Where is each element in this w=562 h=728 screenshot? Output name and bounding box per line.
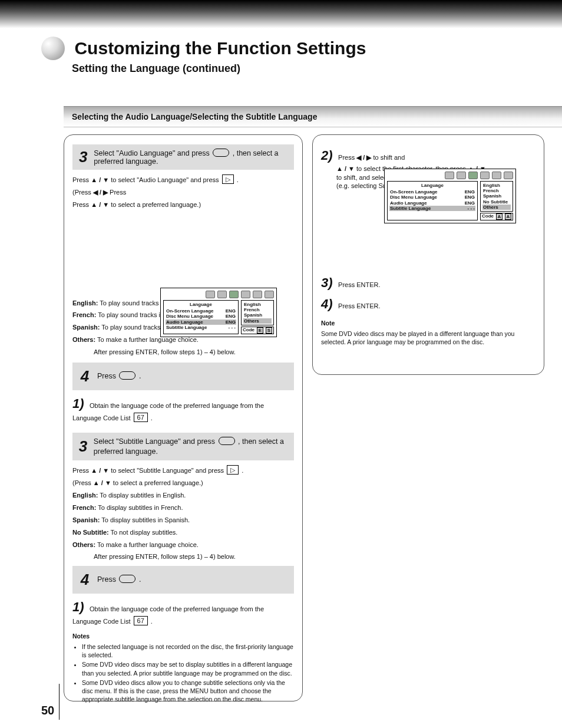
r-step4: Press ENTER. xyxy=(338,302,381,309)
s3-p2note: (Press xyxy=(72,189,91,196)
osdA-code-label: Code xyxy=(243,327,254,334)
osd-row: Disc Menu LanguageENG xyxy=(389,195,475,200)
osd-option: English xyxy=(482,183,511,188)
up-down-icon-5: ▲ / ▼ xyxy=(336,165,356,172)
osdB-code-label: Code xyxy=(482,213,494,220)
s3b-head-a: Select "Subtitle Language" and press xyxy=(94,437,215,446)
note-1: If the selected language is not recorded… xyxy=(82,643,294,659)
page-ref-67b: 67 xyxy=(134,616,148,625)
notes-heading: Notes xyxy=(72,632,294,640)
osd-row: Subtitle Language- - - xyxy=(166,325,236,330)
optB-english: English: xyxy=(72,492,98,499)
margin-rule xyxy=(59,684,59,720)
osdA-title: Language xyxy=(166,302,236,307)
osd-tab-icon xyxy=(217,291,227,298)
osd-option: French xyxy=(243,307,272,312)
osd-tab-icon xyxy=(265,291,274,298)
opt-french: French: xyxy=(72,311,96,318)
osd-row: On-Screen LanguageENG xyxy=(166,308,236,314)
section-band: Selecting the Audio Language/Selecting t… xyxy=(64,106,562,127)
right-arrow-flag-icon-2: ▷ xyxy=(227,465,239,475)
optB-others-d: To make a further language choice. xyxy=(97,541,199,548)
enter-icon-2 xyxy=(119,371,135,380)
s3b-p1b: to select "Subtitle Language" and press xyxy=(111,467,224,474)
up-down-icon-2: ▲ / ▼ xyxy=(91,201,111,208)
r-step2b: to shift and xyxy=(373,154,405,161)
top-gradient xyxy=(0,0,562,28)
opt-others-p1: After pressing ENTER, follow steps 1) – … xyxy=(94,348,294,357)
substep-1-end: . xyxy=(151,414,153,421)
note-2: Some DVD video discs may be set to displ… xyxy=(82,660,294,677)
r-step3-num: 3) xyxy=(321,274,336,292)
s4b-head-b: . xyxy=(139,575,141,584)
up-down-icon-4: ▲ / ▼ xyxy=(93,479,113,486)
osd-option: English xyxy=(243,302,272,307)
osd-row: Audio LanguageENG xyxy=(166,319,236,325)
s3b-p1a: Press xyxy=(72,467,89,474)
osd-tab-icon-selected xyxy=(229,291,239,298)
opt-spanish: Spanish: xyxy=(72,324,100,331)
step4-subtitle-head: 4 Press . xyxy=(72,566,294,594)
osd-tab-icon-selected xyxy=(468,172,478,179)
osdB-title: Language xyxy=(389,183,475,188)
osd-tab-icon xyxy=(253,291,262,298)
osd-row: Subtitle Language- - - xyxy=(389,206,475,211)
left-column: 3 Select "Audio Language" and press , th… xyxy=(64,134,303,701)
right-arrow-flag-icon: ▷ xyxy=(222,174,234,184)
osd-option: Spanish xyxy=(243,312,272,318)
step3-audio-head: 3 Select "Audio Language" and press , th… xyxy=(72,144,294,170)
osd-tab-icon xyxy=(480,172,490,179)
osd-row: Audio LanguageENG xyxy=(389,200,475,206)
osd-menu-subtitle: Language On-Screen LanguageENGDisc Menu … xyxy=(384,169,516,223)
optB-french: French: xyxy=(72,504,96,511)
osd-option: No Subtitle xyxy=(482,199,511,205)
s3-p2a: Press xyxy=(110,189,126,196)
osd-tab-icon xyxy=(457,172,466,179)
substep-1b-end: . xyxy=(151,618,153,625)
enter-icon xyxy=(213,149,229,157)
s3-p1b: to select "Audio Language" and press xyxy=(111,176,219,183)
step3-head-a: Select "Audio Language" and press xyxy=(94,149,210,157)
page-number: 50 xyxy=(41,704,54,717)
r-step2a: Press xyxy=(338,154,355,161)
osd-option: Others xyxy=(482,205,511,210)
r-step3: Press ENTER. xyxy=(338,281,381,288)
step-number-4b: 4 xyxy=(77,569,92,590)
s3b-p1c: . xyxy=(242,467,243,474)
osd-option: Spanish xyxy=(482,193,511,199)
optB-english-d: To display subtitles in English. xyxy=(100,492,186,499)
optB-nosub: No Subtitle: xyxy=(72,529,109,536)
page-ref-67: 67 xyxy=(134,413,148,422)
s3-p1c: . xyxy=(237,176,239,183)
osd-tab-icon xyxy=(241,291,250,298)
osd-tab-icon xyxy=(504,172,513,179)
s4-head-a: Press xyxy=(97,372,116,380)
left-right-icon-2: ◀ / ▶ xyxy=(356,154,373,161)
header-bullet xyxy=(41,37,65,60)
up-down-icon: ▲ / ▼ xyxy=(91,176,111,183)
optB-french-d: To display subtitles in French. xyxy=(98,504,183,511)
left-right-icon: ◀ / ▶ xyxy=(93,189,110,196)
osd-row: On-Screen LanguageENG xyxy=(389,189,475,195)
osd-option: French xyxy=(482,188,511,193)
optB-spanish-d: To display subtitles in Spanish. xyxy=(101,516,190,523)
r-note: Some DVD video discs may be played in a … xyxy=(321,330,535,346)
step4-audio-head: 4 Press . xyxy=(72,363,294,390)
note-3: Some DVD video discs allow you to change… xyxy=(82,678,294,704)
r-step2-num: 2) xyxy=(321,147,336,164)
r-step4-num: 4) xyxy=(321,295,336,313)
osdA-code-0: E xyxy=(257,327,263,334)
step3-subtitle-head: 3 Select "Subtitle Language" and press ,… xyxy=(72,433,294,460)
optB-others: Others: xyxy=(72,541,95,548)
s3b-p2a: (Press xyxy=(72,479,91,486)
osd-row: Disc Menu LanguageENG xyxy=(166,314,236,319)
opt-english: English: xyxy=(72,299,98,307)
osdB-code-1: A xyxy=(505,213,511,220)
osd-tab-icon xyxy=(492,172,501,179)
substep-1b: 1) xyxy=(72,598,88,616)
s3b-p2b: to select a preferred language.) xyxy=(113,479,203,486)
enter-icon-4 xyxy=(119,575,135,583)
notes-list: If the selected language is not recorded… xyxy=(72,643,294,703)
step-number-4: 4 xyxy=(77,366,92,387)
s4-head-b: . xyxy=(139,372,141,380)
